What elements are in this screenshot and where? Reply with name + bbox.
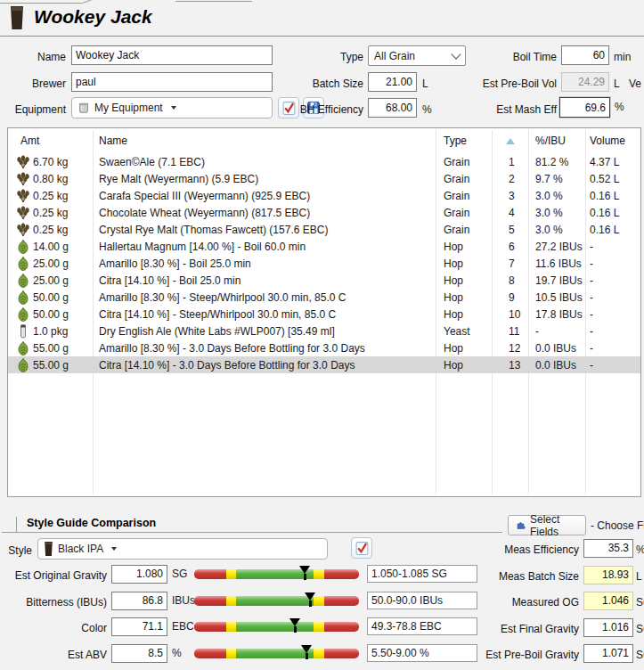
equipment-dropdown[interactable]: My Equipment xyxy=(71,97,273,118)
measurement-row: Measured OG 1.046 SG xyxy=(0,591,644,612)
order-cell: 13 xyxy=(492,359,528,372)
pct-ibu-cell: 27.2 IBUs xyxy=(528,241,585,253)
table-row[interactable]: 0.80 kg Rye Malt (Weyermann) (5.9 EBC) G… xyxy=(8,170,640,187)
select-fields-label: Select Fields xyxy=(530,513,578,538)
ingredient-icon xyxy=(17,307,29,322)
title-divider xyxy=(0,36,644,37)
measurement-value-box[interactable]: 1.016 xyxy=(583,618,633,637)
order-cell: 5 xyxy=(492,224,528,236)
table-row[interactable]: 6.70 kg Swaen©Ale (7.1 EBC) Grain 1 81.2… xyxy=(8,153,640,170)
header-pct-ibu[interactable]: %/IBU xyxy=(528,135,585,147)
page-title: Wookey Jack xyxy=(34,6,152,28)
name-cell: Citra [14.10 %] - Steep/Whirlpool 30.0 m… xyxy=(93,308,436,321)
measurement-value-box[interactable]: 1.046 xyxy=(583,592,633,610)
boil-time-label: Boil Time xyxy=(481,50,557,64)
pct-ibu-cell: 3.0 % xyxy=(528,190,585,202)
sort-ascending-icon xyxy=(506,138,515,144)
table-row[interactable]: 0.25 kg Crystal Rye Malt (Thomas Fawcett… xyxy=(8,221,640,238)
est-preboil-vol-unit: L xyxy=(614,77,620,91)
order-cell: 4 xyxy=(492,207,528,219)
name-cell: Crystal Rye Malt (Thomas Fawcett) (157.6… xyxy=(93,224,436,236)
table-row[interactable]: 55.00 g Citra [14.10 %] - 3.0 Days Befor… xyxy=(8,356,640,373)
order-cell: 2 xyxy=(492,173,528,185)
volume-cell: 0.16 L xyxy=(585,224,640,236)
pct-ibu-cell: 10.5 IBUs xyxy=(528,291,585,304)
amt-cell: 0.25 kg xyxy=(33,190,68,202)
header-amt[interactable]: Amt xyxy=(8,135,93,147)
order-cell: 7 xyxy=(492,257,528,270)
table-row[interactable]: 55.00 g Amarillo [8.30 %] - 3.0 Days Bef… xyxy=(8,339,640,356)
type-cell: Hop xyxy=(436,274,492,287)
select-fields-button[interactable]: Select Fields xyxy=(508,515,586,535)
style-guide-divider xyxy=(2,532,502,533)
order-cell: 1 xyxy=(492,156,528,168)
table-row[interactable]: 50.00 g Amarillo [8.30 %] - Steep/Whirlp… xyxy=(8,289,640,306)
table-row[interactable]: 0.25 kg Carafa Special III (Weyermann) (… xyxy=(8,187,640,204)
choose-fields-text: - Choose Fie xyxy=(591,519,644,532)
beer-glass-icon xyxy=(9,5,25,30)
ingredient-icon xyxy=(17,172,29,186)
pct-ibu-cell: 0.0 IBUs xyxy=(528,359,585,372)
amt-cell: 55.00 g xyxy=(33,342,69,355)
name-cell: Hallertau Magnum [14.00 %] - Boil 60.0 m… xyxy=(93,241,436,253)
tab-edge-slant xyxy=(82,0,93,4)
type-cell: Hop xyxy=(436,308,492,321)
ingredient-icon xyxy=(17,223,29,237)
header-name[interactable]: Name xyxy=(93,135,436,147)
table-row[interactable]: 1.0 pkg Dry English Ale (White Labs #WLP… xyxy=(8,323,640,339)
volume-cell: - xyxy=(585,359,640,372)
type-cell: Grain xyxy=(436,173,492,185)
measurement-value-box[interactable]: 35.3 xyxy=(583,539,633,558)
name-cell: Amarillo [8.30 %] - Steep/Whirlpool 30.0… xyxy=(93,291,436,304)
volume-cell: - xyxy=(585,291,640,304)
type-label: Type xyxy=(267,50,363,64)
est-mash-eff-input[interactable] xyxy=(559,97,610,118)
ingredient-icon xyxy=(17,257,29,271)
amt-cell: 25.00 g xyxy=(33,274,69,287)
pct-ibu-cell: 17.8 IBUs xyxy=(528,308,585,321)
volume-cell: - xyxy=(585,342,640,355)
boil-time-input[interactable] xyxy=(561,45,609,65)
pct-ibu-cell: 11.6 IBUs xyxy=(528,257,585,270)
amt-cell: 6.70 kg xyxy=(33,156,68,168)
measurement-value-box[interactable]: 1.071 xyxy=(583,644,633,663)
table-row[interactable]: 25.00 g Amarillo [8.30 %] - Boil 25.0 mi… xyxy=(8,255,640,272)
header-type[interactable]: Type xyxy=(436,135,492,147)
measurement-value-box[interactable]: 18.93 xyxy=(583,566,633,584)
type-cell: Hop xyxy=(436,257,492,270)
clipped-right-label: Ve xyxy=(629,77,641,91)
type-cell: Hop xyxy=(436,359,492,372)
table-row[interactable]: 0.25 kg Chocolate Wheat (Weyermann) (817… xyxy=(8,204,640,221)
name-cell: Swaen©Ale (7.1 EBC) xyxy=(93,156,436,168)
measurement-row: Meas Efficiency 35.3 % xyxy=(0,538,644,560)
ingredient-icon xyxy=(17,324,29,339)
table-row[interactable]: 14.00 g Hallertau Magnum [14.00 %] - Boi… xyxy=(8,238,640,255)
table-row[interactable]: 25.00 g Citra [14.10 %] - Boil 25.0 min … xyxy=(8,272,640,289)
amt-cell: 0.80 kg xyxy=(33,173,68,185)
amt-cell: 0.25 kg xyxy=(33,207,68,219)
measurement-label: Est Pre-Boil Gravity xyxy=(470,648,579,662)
measurement-label: Est Final Gravity xyxy=(470,622,579,636)
volume-cell: - xyxy=(585,241,640,253)
name-cell: Rye Malt (Weyermann) (5.9 EBC) xyxy=(93,173,436,185)
header-sort[interactable] xyxy=(492,138,528,144)
volume-cell: - xyxy=(585,257,640,270)
bh-efficiency-input[interactable] xyxy=(368,98,417,118)
type-cell: Hop xyxy=(436,241,492,253)
ingredient-icon xyxy=(17,155,29,169)
type-select[interactable]: All Grain xyxy=(368,45,466,66)
volume-cell: - xyxy=(585,274,640,287)
batch-size-input[interactable] xyxy=(368,72,417,92)
est-mash-eff-label: Est Mash Eff xyxy=(481,102,557,117)
ingredient-icon xyxy=(17,206,29,220)
volume-cell: 0.16 L xyxy=(585,190,640,202)
name-input[interactable] xyxy=(71,45,273,65)
name-cell: Chocolate Wheat (Weyermann) (817.5 EBC) xyxy=(93,207,436,219)
brewer-input[interactable] xyxy=(71,72,273,92)
order-cell: 8 xyxy=(492,274,528,287)
kettle-icon xyxy=(77,102,90,114)
name-cell: Amarillo [8.30 %] - Boil 25.0 min xyxy=(93,257,436,270)
name-cell: Citra [14.10 %] - Boil 25.0 min xyxy=(93,274,436,287)
table-row[interactable]: 50.00 g Citra [14.10 %] - Steep/Whirlpoo… xyxy=(8,306,640,323)
header-volume[interactable]: Volume xyxy=(585,135,640,147)
